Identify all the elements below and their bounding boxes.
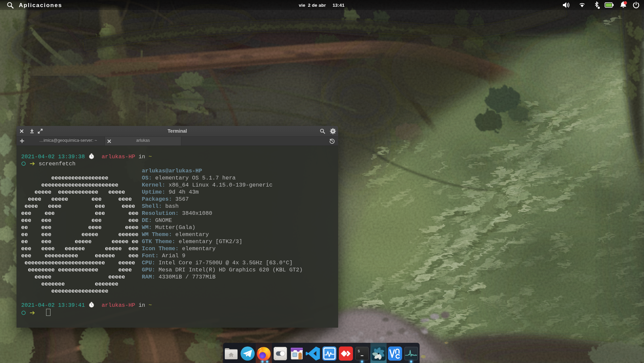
svg-text:$: $ bbox=[358, 349, 360, 353]
